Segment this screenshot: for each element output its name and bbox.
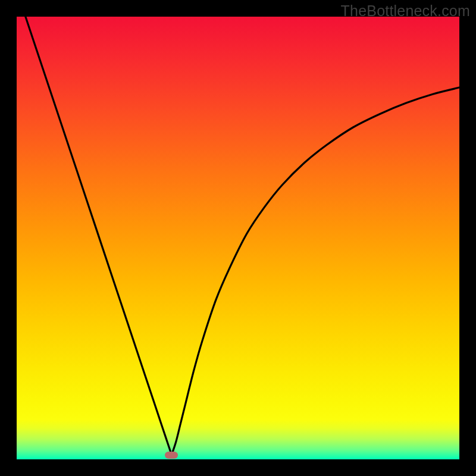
watermark-text: TheBottleneck.com (341, 2, 470, 20)
plot-area (17, 17, 459, 459)
curve-right-branch (171, 87, 459, 455)
minimum-marker (165, 452, 178, 459)
curve-layer (17, 17, 459, 459)
curve-left-branch (26, 17, 172, 455)
chart-frame: TheBottleneck.com (0, 0, 476, 476)
